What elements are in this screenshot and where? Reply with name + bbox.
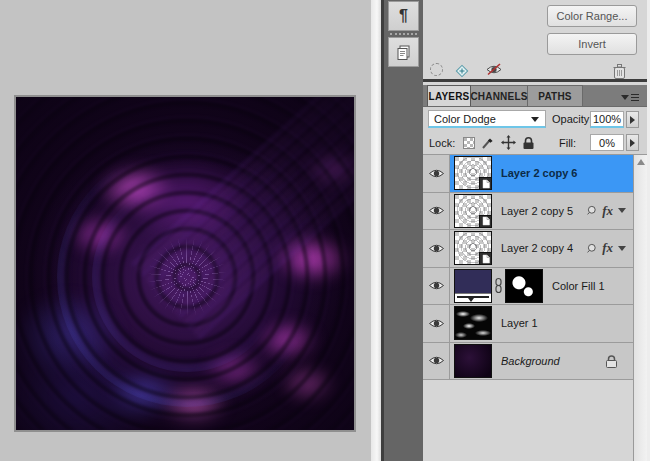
disable-mask-icon[interactable]: [485, 63, 503, 76]
layer-style-indicator-icon: [586, 243, 597, 254]
smart-object-badge-icon: [479, 215, 492, 228]
layer-thumbnail[interactable]: [454, 231, 492, 265]
eye-icon: [428, 205, 445, 216]
paragraph-panel-button[interactable]: ¶: [388, 1, 419, 31]
color-range-button[interactable]: Color Range...: [547, 5, 637, 27]
color-range-button-label: Color Range...: [557, 10, 628, 22]
eye-icon: [428, 318, 445, 329]
panel-menu-lines-icon: [631, 97, 639, 98]
visibility-toggle[interactable]: [423, 343, 450, 380]
fx-badge: fx: [602, 203, 613, 219]
layers-scrollbar[interactable]: [633, 155, 647, 461]
document-canvas[interactable]: [14, 95, 356, 432]
tab-layers[interactable]: LAYERS: [427, 85, 471, 106]
opacity-slider-button[interactable]: [626, 111, 639, 128]
layer-mask-thumbnail[interactable]: [505, 269, 543, 303]
masks-panel-toolbar: [423, 61, 647, 81]
eye-icon: [428, 168, 445, 179]
layer-row-layer-2-copy-4[interactable]: Layer 2 copy 4 fx: [423, 230, 633, 268]
fx-expand-caret[interactable]: [618, 246, 626, 251]
eye-icon: [428, 355, 445, 366]
visibility-toggle[interactable]: [423, 268, 450, 305]
eye-icon: [428, 243, 445, 254]
opacity-label: Opacity:: [552, 113, 592, 125]
panel-group: Color Range... Invert: [423, 0, 650, 461]
visibility-toggle[interactable]: [423, 305, 450, 342]
layers-panel-controls: Color Dodge Opacity: 100% Lock:: [423, 107, 647, 155]
collapsed-panel-dock: ¶: [384, 0, 423, 461]
visibility-toggle[interactable]: [423, 155, 450, 192]
layer-comps-icon: [395, 44, 412, 61]
slider-arrow-icon: [630, 139, 635, 147]
fill-label: Fill:: [559, 137, 576, 149]
fill-swatch-slider-strip: [455, 293, 491, 302]
panel-menu-caret-icon: [621, 95, 629, 100]
tab-layers-label: LAYERS: [429, 91, 470, 102]
layer-row-background[interactable]: Background: [423, 343, 633, 381]
layer-comps-panel-button[interactable]: [388, 37, 419, 67]
panel-menu-button[interactable]: [621, 91, 639, 103]
invert-button[interactable]: Invert: [547, 33, 637, 55]
lock-all-icon[interactable]: [522, 136, 535, 150]
layer-thumbnail[interactable]: [454, 306, 492, 340]
layer-row-layer-2-copy-5[interactable]: Layer 2 copy 5 fx: [423, 193, 633, 231]
lock-pixels-brush-icon[interactable]: [481, 136, 495, 150]
eye-icon: [428, 280, 445, 291]
layer-style-indicators: fx: [586, 230, 626, 267]
layer-name[interactable]: Layer 2 copy 5: [501, 205, 573, 217]
fill-input[interactable]: 0%: [590, 134, 624, 151]
canvas-art-vignette: [16, 97, 354, 430]
smart-object-badge-icon: [479, 177, 492, 190]
delete-mask-icon[interactable]: [612, 63, 627, 80]
layer-style-indicators: fx: [586, 193, 626, 230]
masks-panel-section: Color Range... Invert: [423, 0, 647, 82]
slider-arrow-icon: [630, 116, 635, 124]
background-lock-icon: [605, 354, 618, 373]
lock-label: Lock:: [429, 137, 455, 149]
fx-badge: fx: [602, 240, 613, 256]
layer-row-color-fill-1[interactable]: Color Fill 1: [423, 268, 633, 306]
layer-thumbnail[interactable]: [454, 156, 492, 190]
scroll-up-arrow-icon[interactable]: [637, 159, 645, 165]
visibility-toggle[interactable]: [423, 193, 450, 230]
lock-buttons: [463, 134, 535, 151]
paragraph-icon: ¶: [399, 7, 408, 25]
layer-name[interactable]: Color Fill 1: [552, 280, 605, 292]
layer-row-layer-1[interactable]: Layer 1: [423, 305, 633, 343]
tab-paths[interactable]: PATHS: [528, 85, 583, 106]
mask-link-icon[interactable]: [494, 277, 503, 294]
photoshop-workspace: ¶ Color Range... Invert: [0, 0, 650, 461]
fx-expand-caret[interactable]: [618, 208, 626, 213]
fill-value: 0%: [599, 137, 615, 149]
load-selection-icon[interactable]: [430, 63, 443, 76]
blend-mode-value: Color Dodge: [434, 113, 496, 125]
layers-list: Layer 2 copy 6 Layer 2 copy 5: [423, 155, 633, 380]
chevron-down-icon: [531, 117, 539, 122]
layer-name[interactable]: Background: [501, 355, 560, 367]
invert-button-label: Invert: [578, 38, 606, 50]
fill-layer-swatch[interactable]: [454, 269, 492, 303]
tab-paths-label: PATHS: [538, 91, 571, 102]
layer-thumbnail[interactable]: [454, 344, 492, 378]
lock-transparency-icon[interactable]: [463, 137, 475, 149]
fill-slider-button[interactable]: [626, 134, 639, 151]
workspace-divider: [371, 0, 381, 461]
dock-drag-handle[interactable]: [390, 33, 417, 35]
layer-name[interactable]: Layer 1: [501, 317, 538, 329]
layer-name[interactable]: Layer 2 copy 4: [501, 242, 573, 254]
layer-thumbnail[interactable]: [454, 194, 492, 228]
opacity-value: 100%: [593, 113, 621, 125]
layer-style-indicator-icon: [586, 205, 597, 216]
opacity-input[interactable]: 100%: [590, 111, 624, 128]
panel-tab-bar: LAYERS CHANNELS PATHS: [423, 85, 647, 107]
tab-channels-label: CHANNELS: [470, 91, 527, 102]
apply-mask-icon[interactable]: [453, 63, 471, 79]
smart-object-badge-icon: [479, 252, 492, 265]
tab-channels[interactable]: CHANNELS: [471, 85, 528, 106]
layer-name[interactable]: Layer 2 copy 6: [501, 167, 577, 179]
layer-row-layer-2-copy-6[interactable]: Layer 2 copy 6: [423, 155, 633, 193]
lock-position-move-icon[interactable]: [501, 135, 516, 150]
visibility-toggle[interactable]: [423, 230, 450, 267]
blend-mode-select[interactable]: Color Dodge: [428, 110, 546, 128]
